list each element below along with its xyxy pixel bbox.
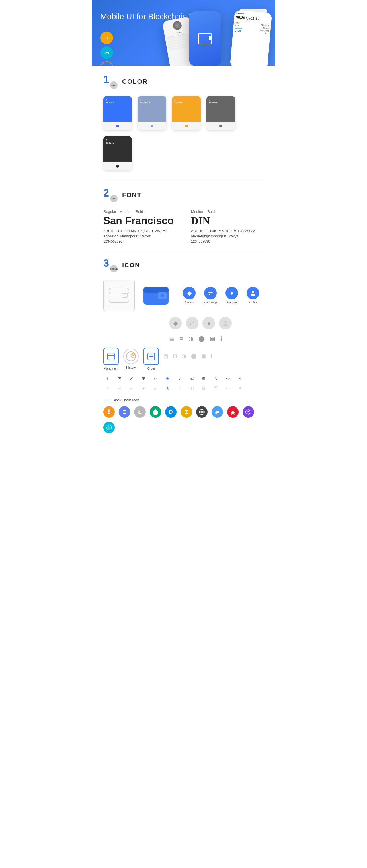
- svg-point-7: [161, 294, 164, 297]
- phone-mock-2: [189, 11, 221, 66]
- nav-icons-group: ◆ Assets ⇌ Exchange ● Discover Profile: [181, 287, 261, 304]
- crypto-grid: [196, 406, 207, 418]
- extra-icon-6: ℹ: [211, 353, 213, 359]
- icon-box-order: Order: [143, 348, 159, 370]
- si-share: ≪: [188, 374, 196, 382]
- si-swap-gray: ⇔: [224, 384, 232, 392]
- font-sf-block: Regular · Medium · Bold San Francisco AB…: [103, 209, 174, 244]
- si-qr-gray: ⊞: [139, 384, 147, 392]
- icon-exchange: ⇌ Exchange: [202, 287, 219, 304]
- screens-badge: 60+ Screens: [101, 61, 113, 66]
- font-section: 2 TWO FONT Regular · Medium · Bold San F…: [92, 179, 275, 252]
- svg-rect-5: [143, 287, 169, 293]
- color-card-blue: #3574FA: [103, 96, 132, 130]
- section-header-font: 2 TWO FONT: [103, 188, 264, 202]
- extra-icon-4: ⬤: [191, 353, 197, 359]
- crypto-eth: Ξ: [119, 406, 130, 418]
- si-document: ⊡: [115, 374, 123, 382]
- blockchain-line-icon: [103, 400, 110, 401]
- nav-icons-gray-row: ◆ ⇌ ●: [169, 317, 264, 330]
- si-close: ✕: [236, 374, 244, 382]
- icon-box-mangment: Mangment: [103, 348, 119, 370]
- hero-badges: S Ps 60+ Screens: [101, 32, 113, 66]
- icon-section: 3 THREE ICON: [92, 252, 275, 447]
- icon-section-title: ICON: [122, 261, 140, 269]
- crypto-ark: [227, 406, 238, 418]
- svg-marker-27: [230, 410, 236, 415]
- crypto-neo: [150, 406, 161, 418]
- misc-icon-6: ℹ: [221, 335, 223, 342]
- svg-marker-23: [153, 409, 158, 415]
- extra-icon-5: ▣: [201, 353, 206, 359]
- section-num-3: 3 THREE: [103, 258, 117, 273]
- icon-main-grid: ◆ Assets ⇌ Exchange ● Discover Profile: [103, 280, 264, 311]
- ps-badge: Ps: [101, 46, 113, 59]
- si-check-gray: ✓: [127, 384, 135, 392]
- svg-point-9: [224, 321, 227, 323]
- sketch-badge: S: [101, 32, 113, 44]
- icon-discover-gray: ●: [202, 317, 215, 330]
- si-plus-gray: +: [103, 384, 111, 392]
- blockchain-label: BlockChain Icon: [103, 398, 264, 402]
- si-upload: ⇱: [211, 374, 220, 382]
- crypto-icons-row: ₿ Ξ Ł Đ Z: [103, 406, 264, 439]
- misc-icons-row: ▤ ≡ ◑ ⬤ ▣ ℹ: [169, 335, 264, 342]
- font-section-title: FONT: [122, 191, 142, 199]
- icon-colored-wallet: [140, 280, 172, 311]
- section-num-2: 2 TWO: [103, 188, 117, 202]
- color-card-orange: #F5A623: [172, 96, 201, 130]
- crypto-dash: Đ: [165, 406, 177, 418]
- svg-rect-0: [109, 288, 129, 303]
- si-star: ★: [163, 374, 171, 382]
- si-back: ‹: [175, 374, 184, 382]
- icon-assets: ◆ Assets: [181, 287, 198, 304]
- color-card-gray: #666666: [206, 96, 235, 130]
- section-num-1: 1 ONE: [103, 74, 117, 89]
- misc-icon-1: ▤: [169, 335, 175, 342]
- extra-icon-3: ◑: [182, 353, 186, 359]
- icon-profile-gray: [219, 317, 232, 330]
- section-header-icon: 3 THREE ICON: [103, 258, 264, 273]
- color-swatches-row: #3574FA #8DA0C8 #F5A623 #666666 #303030: [103, 96, 264, 170]
- small-icons-row-2: + ⊡ ✓ ⊞ ⌕ ★ ‹ ≪ ⚙ ⇱ ⇔ ✕: [103, 384, 264, 392]
- color-section-title: COLOR: [122, 78, 148, 85]
- crypto-zcash: Z: [181, 406, 192, 418]
- icon-discover: ● Discover: [223, 287, 240, 304]
- icon-exchange-gray: ⇌: [186, 317, 198, 330]
- svg-line-15: [131, 356, 133, 358]
- misc-icon-2: ≡: [180, 336, 183, 342]
- si-gear-gray: ⚙: [200, 384, 207, 392]
- blockchain-label-text: BlockChain Icon: [112, 398, 139, 402]
- app-icons-row: Mangment History: [103, 348, 264, 370]
- svg-rect-10: [108, 353, 114, 360]
- extra-icon-2: ⊟: [173, 353, 177, 359]
- si-back-gray: ‹: [175, 384, 184, 392]
- crypto-ltc: Ł: [134, 406, 146, 418]
- font-row: Regular · Medium · Bold San Francisco AB…: [103, 209, 264, 244]
- misc-icon-5: ▣: [210, 335, 215, 342]
- crypto-btc: ₿: [103, 406, 115, 418]
- si-share-gray: ≪: [188, 384, 196, 392]
- si-qr: ⊞: [139, 374, 147, 382]
- crypto-steem: [211, 406, 223, 418]
- si-search-gray: ⌕: [151, 384, 160, 392]
- si-document-gray: ⊡: [115, 384, 123, 392]
- font-din-block: Medium · Bold DIN ABCDEFGHIJKLMNOPQRSTUV…: [191, 209, 255, 244]
- icon-profile: Profile: [244, 287, 261, 304]
- crypto-pol: [243, 406, 254, 418]
- phone-mock-3: myWallet $6,297,502.12 BTC 738-2003 ETH …: [230, 10, 272, 66]
- si-gear: ⚙: [200, 374, 207, 382]
- si-plus: +: [103, 374, 111, 382]
- color-card-steelblue: #8DA0C8: [138, 96, 166, 130]
- color-card-dark: #303030: [103, 136, 132, 170]
- svg-point-8: [252, 291, 254, 293]
- crypto-sky: [103, 422, 115, 433]
- phones-area: Profile myWallet $6,297,502.12 BTC: [161, 9, 275, 66]
- extra-icon-1: ▤: [163, 353, 168, 359]
- si-check: ✓: [127, 374, 135, 382]
- icon-wireframe-1: [103, 280, 135, 311]
- si-swap: ⇔: [224, 374, 232, 382]
- small-icons-row-1: + ⊡ ✓ ⊞ ⌕ ★ ‹ ≪ ⚙ ⇱ ⇔ ✕: [103, 374, 264, 382]
- color-section: 1 ONE COLOR #3574FA #8DA0C8 #F5A623 #666…: [92, 66, 275, 179]
- si-search: ⌕: [151, 374, 160, 382]
